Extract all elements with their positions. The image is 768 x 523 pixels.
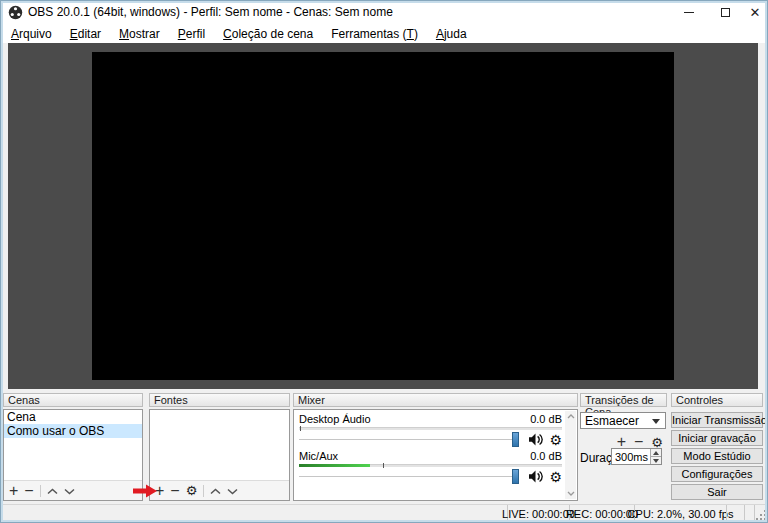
speaker-mute-icon[interactable] xyxy=(528,470,543,483)
transition-dropdown[interactable]: Esmaecer xyxy=(580,412,666,429)
settings-button[interactable]: Configurações xyxy=(671,466,763,482)
menu-colecao-de-cena[interactable]: Coleção de cena xyxy=(214,25,322,43)
menu-ajuda[interactable]: Ajuda xyxy=(427,25,476,43)
volume-meter xyxy=(299,463,562,468)
mixer-channel-desktop-audio: Desktop Áudio 0.0 dB ⚙ xyxy=(299,413,562,448)
exit-button[interactable]: Sair xyxy=(671,484,763,500)
scene-item-selected[interactable]: Como usar o OBS xyxy=(4,424,142,438)
volume-slider[interactable] xyxy=(299,432,519,447)
annotation-arrow-icon xyxy=(132,483,158,499)
menu-arquivo[interactable]: Arquivo xyxy=(2,25,61,43)
transicoes-panel-header: Transições de Cena xyxy=(580,393,667,407)
menu-perfil[interactable]: Perfil xyxy=(169,25,214,43)
volume-slider-handle[interactable] xyxy=(512,469,519,484)
menu-bar: Arquivo Editar Mostrar Perfil Coleção de… xyxy=(0,24,768,43)
controls-panel: Iniciar Transmissão Iniciar gravação Mod… xyxy=(671,409,763,504)
sources-list-items xyxy=(150,410,289,480)
scenes-toolbar: + − xyxy=(4,480,142,500)
scenes-list: Cena Como usar o OBS + − xyxy=(3,409,143,501)
channel-settings-gear-icon[interactable]: ⚙ xyxy=(549,433,562,447)
scroll-down-icon[interactable] xyxy=(565,488,576,499)
preview-canvas[interactable] xyxy=(92,52,674,380)
scene-item[interactable]: Cena xyxy=(4,410,142,424)
channel-volume-db: 0.0 dB xyxy=(530,450,562,462)
speaker-mute-icon[interactable] xyxy=(528,433,543,446)
start-streaming-button[interactable]: Iniciar Transmissão xyxy=(671,412,763,428)
source-properties-gear-icon[interactable]: ⚙ xyxy=(186,483,198,498)
move-source-up-button[interactable] xyxy=(210,484,221,498)
status-empty-segment xyxy=(744,505,754,523)
controles-panel-header: Controles xyxy=(671,393,763,407)
mixer-channel-mic-aux: Mic/Aux 0.0 dB ⚙ xyxy=(299,450,562,485)
peak-tick xyxy=(300,426,301,431)
volume-slider[interactable] xyxy=(299,469,519,484)
chevron-down-icon xyxy=(652,419,660,424)
studio-mode-button[interactable]: Modo Estúdio xyxy=(671,448,763,464)
toolbar-separator xyxy=(40,485,41,497)
window-title: OBS 20.0.1 (64bit, windows) - Perfil: Se… xyxy=(28,5,393,19)
spin-down-button[interactable] xyxy=(651,456,661,464)
channel-name: Mic/Aux xyxy=(299,450,338,462)
sources-list: + − ⚙ xyxy=(149,409,290,501)
peak-tick xyxy=(383,463,384,468)
mixer-scrollbar[interactable] xyxy=(565,411,576,499)
transition-dropdown-value: Esmaecer xyxy=(585,414,639,428)
spin-up-button[interactable] xyxy=(651,449,661,456)
status-bar: LIVE: 00:00:00 REC: 00:00:00 CPU: 2.0%, … xyxy=(0,504,768,523)
sources-toolbar: + − ⚙ xyxy=(150,480,289,500)
start-recording-button[interactable]: Iniciar gravação xyxy=(671,430,763,446)
move-scene-down-button[interactable] xyxy=(64,484,75,498)
volume-slider-handle[interactable] xyxy=(512,432,519,447)
remove-scene-button[interactable]: − xyxy=(24,483,33,499)
cenas-panel-header: Cenas xyxy=(3,393,143,407)
scroll-up-icon[interactable] xyxy=(565,411,576,422)
move-source-down-button[interactable] xyxy=(227,484,238,498)
scene-transitions-panel: Esmaecer + − ⚙ Duração 300ms xyxy=(580,409,667,504)
mixer-panel-header: Mixer xyxy=(293,393,578,407)
scenes-list-items: Cena Como usar o OBS xyxy=(4,410,142,480)
preview-area xyxy=(8,43,758,389)
add-scene-button[interactable]: + xyxy=(9,483,18,499)
obs-logo-icon xyxy=(8,5,23,20)
duration-value[interactable]: 300ms xyxy=(615,451,648,463)
minimize-icon xyxy=(684,12,694,13)
move-scene-up-button[interactable] xyxy=(47,484,58,498)
maximize-icon xyxy=(721,8,730,17)
menu-ferramentas[interactable]: Ferramentas (T) xyxy=(322,25,427,43)
menu-editar[interactable]: Editar xyxy=(61,25,110,43)
status-rec: REC: 00:00:00 xyxy=(569,505,634,523)
channel-volume-db: 0.0 dB xyxy=(530,413,562,425)
close-button[interactable]: ✕ xyxy=(742,0,768,24)
menu-mostrar[interactable]: Mostrar xyxy=(110,25,169,43)
audio-mixer: Desktop Áudio 0.0 dB ⚙ Mic/A xyxy=(293,409,578,501)
duration-spinbox[interactable]: 300ms xyxy=(611,448,662,465)
spin-down-icon xyxy=(653,459,659,463)
spin-up-icon xyxy=(653,451,659,455)
volume-meter xyxy=(299,426,562,431)
title-bar: OBS 20.0.1 (64bit, windows) - Perfil: Se… xyxy=(0,0,768,24)
minimize-button[interactable] xyxy=(672,0,706,24)
remove-source-button[interactable]: − xyxy=(170,483,179,499)
resize-grip[interactable] xyxy=(754,505,768,523)
close-icon: ✕ xyxy=(750,5,761,20)
fontes-panel-header: Fontes xyxy=(149,393,290,407)
status-live: LIVE: 00:00:00 xyxy=(507,505,569,523)
channel-name: Desktop Áudio xyxy=(299,413,371,425)
channel-settings-gear-icon[interactable]: ⚙ xyxy=(549,470,562,484)
status-empty-segment xyxy=(726,505,744,523)
toolbar-separator xyxy=(203,485,204,497)
status-cpu-fps: CPU: 2.0%, 30.00 fps xyxy=(634,505,726,523)
maximize-button[interactable] xyxy=(708,0,742,24)
obs-window: OBS 20.0.1 (64bit, windows) - Perfil: Se… xyxy=(0,0,768,523)
